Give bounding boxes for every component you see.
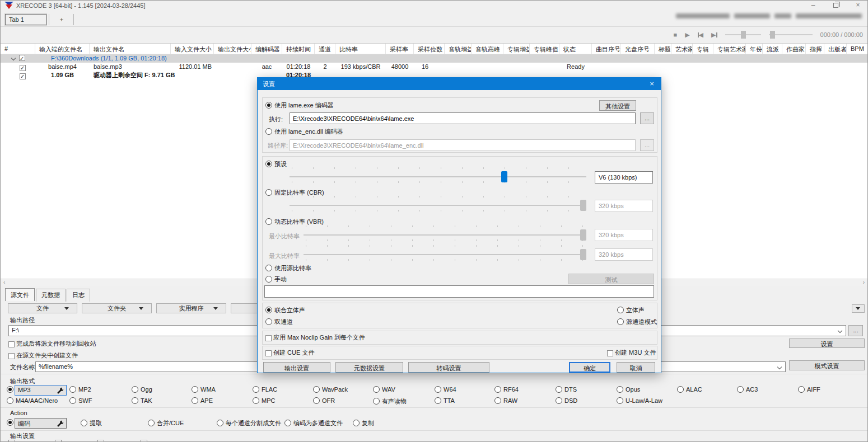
move-to-recycle-checkbox[interactable]: 完成后将源文件移动到回收站 — [8, 340, 96, 348]
dialog-close-button[interactable]: × — [643, 78, 661, 90]
column-header[interactable]: 艺术家 — [671, 44, 693, 54]
mode-settings-button[interactable]: 模式设置 — [789, 360, 865, 370]
preset-radio[interactable]: 预设 — [265, 160, 287, 168]
restore-button[interactable] — [830, 1, 841, 11]
column-header[interactable]: 音轨高峰 — [472, 44, 503, 54]
add-tab-button[interactable]: + — [54, 14, 69, 25]
collapse-chevron-icon[interactable] — [11, 56, 16, 60]
column-header[interactable]: 光盘序号 — [621, 44, 655, 54]
action-option-extract[interactable]: 提取 — [81, 419, 102, 427]
clipped-checkbox[interactable] — [97, 440, 104, 442]
tab-log[interactable]: 日志 — [67, 289, 90, 302]
close-button[interactable]: × — [853, 1, 863, 11]
tab-1[interactable]: Tab 1 — [5, 14, 46, 25]
create-cue-checkbox[interactable]: 创建 CUE 文件 — [265, 349, 314, 357]
column-header[interactable]: 专辑增益 — [503, 44, 530, 54]
dual-channel-radio[interactable]: 双通道 — [265, 318, 293, 326]
column-header[interactable]: 采样率 — [386, 44, 414, 54]
source-channel-mode-radio[interactable]: 源通道模式 — [617, 318, 657, 326]
clipped-checkbox[interactable] — [8, 440, 15, 442]
browse-output-path-button[interactable]: ... — [848, 325, 863, 336]
clipped-checkbox[interactable] — [141, 440, 147, 442]
row-checkbox[interactable] — [20, 65, 26, 71]
format-option-ogg[interactable]: Ogg — [132, 386, 152, 394]
action-encode-box[interactable]: 编码 — [15, 418, 67, 429]
create-in-source-checkbox[interactable]: 在源文件夹中创建文件 — [8, 351, 78, 360]
column-header[interactable]: 状态 — [559, 44, 592, 54]
column-header[interactable]: 流派 — [763, 44, 782, 54]
settings-button[interactable]: 设置 — [789, 338, 865, 348]
stop-icon[interactable]: ■ — [673, 31, 677, 38]
format-option-dsd[interactable]: DSD — [556, 397, 577, 406]
format-option-m4a[interactable]: M4A/AAC/Nero — [7, 397, 58, 406]
format-option-ofr[interactable]: OFR — [313, 397, 335, 406]
volume-slider[interactable] — [725, 31, 761, 39]
column-header[interactable]: 通道 — [315, 44, 335, 54]
preset-value-box[interactable]: V6 (130 kbps) — [595, 171, 653, 184]
scroll-left-icon[interactable]: ‹ — [3, 279, 5, 285]
tab-source-files[interactable]: 源文件 — [5, 288, 35, 301]
group-row[interactable]: F:\360Downloads (1/1, 1.09 GB, 01:20:18) — [1, 54, 867, 63]
column-header[interactable]: 音轨增益 — [445, 44, 472, 54]
column-header[interactable]: 采样位数 — [414, 44, 445, 54]
format-option-wav[interactable]: WAV — [373, 386, 395, 394]
format-mp3-box[interactable]: MP3 — [15, 385, 67, 396]
create-m3u-checkbox[interactable]: 创建 M3U 文件 — [607, 349, 656, 357]
clipped-checkbox[interactable] — [55, 440, 62, 442]
column-header[interactable]: 专辑艺术家 — [713, 44, 746, 54]
more-dropdown-button[interactable] — [852, 304, 865, 313]
format-option-tak[interactable]: TAK — [132, 397, 152, 406]
format-option-wma[interactable]: WMA — [192, 386, 216, 394]
format-option-raw[interactable]: RAW — [494, 397, 517, 406]
manual-radio[interactable]: 手动 — [265, 275, 287, 284]
format-option-alac[interactable]: ALAC — [677, 386, 702, 394]
source-bitrate-radio[interactable]: 使用源比特率 — [265, 264, 311, 272]
action-option-copy[interactable]: 复制 — [353, 419, 374, 427]
column-header[interactable]: 输入端的文件名 — [35, 44, 90, 54]
column-header[interactable]: 专辑 — [693, 44, 713, 54]
seek-slider[interactable] — [769, 31, 813, 39]
column-header[interactable]: 持续时间 — [282, 44, 315, 54]
column-header[interactable]: 比特率 — [335, 44, 386, 54]
format-option-wavpack[interactable]: WavPack — [313, 386, 348, 394]
format-option-ac3[interactable]: AC3 — [737, 386, 758, 394]
column-header[interactable]: 输出文件名 — [90, 44, 171, 54]
column-header[interactable]: 年份 — [746, 44, 763, 54]
action-option-merge-cue[interactable]: 合并/CUE — [148, 419, 184, 427]
scroll-right-icon[interactable]: › — [863, 279, 865, 285]
previous-track-icon[interactable]: ◀ — [698, 31, 703, 39]
output-settings-button[interactable]: 输出设置 — [263, 362, 330, 373]
column-header[interactable]: 专辑峰值 — [530, 44, 559, 54]
table-row[interactable]: baise.mp4 baise.mp3 1120.01 MB aac 01:20… — [1, 63, 867, 71]
column-header[interactable]: 指挥 — [806, 44, 824, 54]
format-option-flac[interactable]: FLAC — [253, 386, 277, 394]
folders-dropdown-button[interactable]: 文件夹 — [82, 303, 152, 313]
preset-slider[interactable] — [290, 167, 586, 187]
format-option-mpc[interactable]: MPC — [253, 397, 275, 406]
group-checkbox[interactable] — [19, 55, 25, 61]
play-icon[interactable]: ▶ — [685, 31, 689, 39]
column-header[interactable]: 输出文件大小 — [214, 44, 251, 54]
format-option-w64[interactable]: W64 — [435, 386, 456, 394]
wrench-icon[interactable] — [57, 420, 64, 427]
action-option-multichannel[interactable]: 编码为多通道文件 — [284, 419, 343, 427]
next-track-icon[interactable]: ▶ — [711, 31, 717, 39]
files-dropdown-button[interactable]: 文件 — [8, 303, 77, 313]
other-settings-button[interactable]: 其他设置 — [599, 100, 636, 111]
slider-thumb[interactable] — [501, 171, 507, 182]
column-header[interactable]: 标题 — [655, 44, 671, 54]
format-option-aiff[interactable]: AIFF — [798, 386, 820, 394]
dialog-title-bar[interactable]: 设置 — [258, 78, 661, 90]
lame-exe-path-input[interactable] — [290, 112, 636, 124]
joint-stereo-radio[interactable]: 联合立体声 — [265, 306, 305, 314]
column-header[interactable]: 编解码器 — [251, 44, 282, 54]
row-checkbox[interactable] — [20, 73, 26, 79]
column-header[interactable]: 出版者 — [824, 44, 847, 54]
tab-metadata[interactable]: 元数据 — [36, 289, 66, 302]
format-option-ulaw[interactable]: U-Law/A-Law — [617, 397, 662, 406]
metadata-settings-button[interactable]: 元数据设置 — [335, 362, 403, 373]
column-header[interactable]: BPM — [847, 44, 868, 54]
manual-params-input[interactable] — [264, 285, 654, 298]
use-lame-exe-radio[interactable]: 使用 lame.exe 编码器 — [265, 101, 334, 110]
format-option-mp2[interactable]: MP2 — [69, 386, 91, 394]
